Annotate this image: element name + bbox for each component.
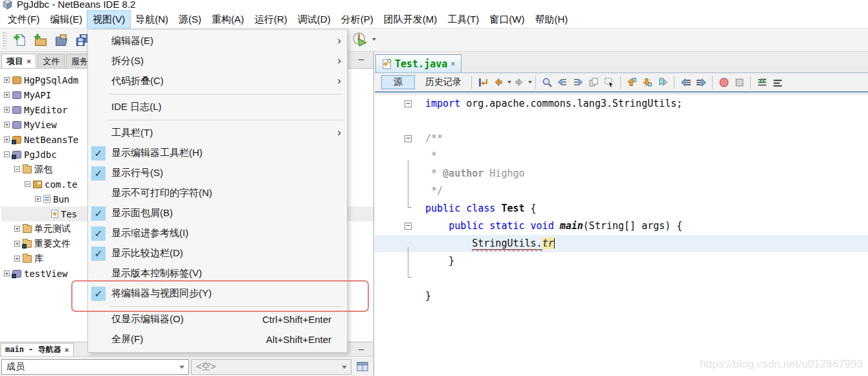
expand-icon[interactable]	[4, 271, 10, 276]
profile-dropdown-icon[interactable]	[372, 38, 376, 41]
menu-view[interactable]: 视图(V)	[87, 11, 130, 28]
expand-icon[interactable]	[4, 92, 10, 98]
profile-main-project-button[interactable]	[350, 30, 370, 49]
menu-item-show-versioning-labels[interactable]: 显示版本控制标签(V)	[88, 263, 347, 283]
source-view-button[interactable]: 源	[381, 75, 415, 89]
new-file-button[interactable]	[10, 31, 30, 49]
code-line[interactable]: }	[375, 287, 868, 305]
history-view-button[interactable]: 历史记录	[419, 75, 468, 89]
toggle-highlight-button[interactable]	[586, 75, 601, 89]
code-line[interactable]: public static void main(String[] args) {	[375, 217, 868, 235]
menu-tools[interactable]: 工具(T)	[442, 11, 484, 28]
menu-item-show-indent-guides[interactable]: 显示缩进参考线(I)	[88, 223, 347, 243]
close-icon[interactable]	[27, 57, 31, 66]
toolbar-drag-handle[interactable]	[3, 32, 6, 49]
open-project-button[interactable]	[52, 31, 71, 49]
menu-run[interactable]: 运行(R)	[249, 11, 293, 28]
code-line[interactable]	[375, 113, 868, 130]
find-selection-button[interactable]	[540, 75, 554, 89]
close-icon[interactable]	[65, 346, 69, 355]
code-line[interactable]: public class Test {	[375, 200, 868, 217]
close-icon[interactable]	[451, 60, 455, 69]
menu-profile[interactable]: 分析(P)	[336, 11, 379, 28]
fold-collapse-icon[interactable]	[405, 223, 412, 230]
expand-icon[interactable]	[4, 122, 10, 127]
menu-help[interactable]: 帮助(H)	[529, 11, 573, 28]
code-line[interactable]: import org.apache.commons.lang3.StringUt…	[375, 95, 868, 113]
menu-item-show-diff-sidebar[interactable]: 显示比较边栏(D)	[88, 243, 347, 263]
menu-item-toolbars[interactable]: 工具栏(T)	[88, 123, 347, 143]
navigator-window-button[interactable]	[355, 360, 370, 373]
checkmark-icon	[91, 146, 106, 160]
watermark-text: https://blog.csdn.net/u012867993	[700, 358, 863, 371]
collapse-icon[interactable]	[25, 181, 30, 187]
tab-test-java[interactable]: Test.java	[375, 54, 462, 72]
menu-item-full-screen[interactable]: 全屏(F)Alt+Shift+Enter	[88, 329, 347, 349]
menu-item-show-nonprintable[interactable]: 显示不可打印的字符(N)	[88, 183, 347, 203]
minimize-navigator-button[interactable]	[355, 344, 367, 355]
menu-team[interactable]: 团队开发(M)	[379, 11, 443, 28]
menu-edit[interactable]: 编辑(E)	[45, 11, 87, 28]
uncomment-button[interactable]	[770, 75, 785, 89]
menu-item-show-only-editor[interactable]: 仅显示编辑器(O)Ctrl+Shift+Enter	[88, 309, 347, 329]
code-line[interactable]	[375, 270, 868, 287]
menu-navigate[interactable]: 导航(N)	[130, 11, 173, 28]
menu-file[interactable]: 文件(F)	[3, 11, 45, 28]
stop-macro-recording-button[interactable]	[732, 75, 746, 89]
code-line[interactable]: }	[375, 252, 868, 270]
code-line[interactable]: *	[375, 148, 868, 165]
last-edit-location-button[interactable]	[476, 75, 490, 89]
start-macro-recording-button[interactable]	[717, 75, 731, 89]
rectangular-selection-button[interactable]	[602, 75, 616, 89]
find-previous-button[interactable]	[555, 75, 570, 89]
menu-source[interactable]: 源(S)	[173, 11, 206, 28]
menu-item-show-editor-toolbar[interactable]: 显示编辑器工具栏(H)	[88, 143, 347, 163]
new-project-button[interactable]	[31, 31, 50, 49]
menu-refactor[interactable]: 重构(A)	[206, 11, 249, 28]
menu-item-sync-editor-with-views[interactable]: 将编辑器与视图同步(Y)	[88, 283, 347, 304]
tab-files[interactable]: 文件	[38, 54, 65, 68]
back-history-dropdown-icon[interactable]	[507, 81, 511, 83]
menu-item-ide-log[interactable]: IDE 日志(L)	[88, 97, 347, 117]
shift-line-right-button[interactable]	[694, 75, 708, 89]
shift-line-left-button[interactable]	[678, 75, 693, 89]
code-line[interactable]: */	[375, 182, 868, 200]
previous-bookmark-button[interactable]	[625, 75, 639, 89]
menu-debug[interactable]: 调试(D)	[293, 11, 336, 28]
expand-icon[interactable]	[4, 137, 10, 142]
collapse-icon[interactable]	[14, 166, 20, 172]
title-bar: PgJdbc - NetBeans IDE 8.2	[0, 0, 868, 12]
collapse-icon[interactable]	[4, 151, 10, 157]
forward-history-dropdown-icon[interactable]	[528, 81, 532, 83]
back-button[interactable]	[491, 75, 506, 89]
expand-icon[interactable]	[4, 107, 10, 113]
expand-icon[interactable]	[4, 77, 10, 83]
menu-item-show-line-numbers[interactable]: 显示行号(S)	[88, 163, 347, 183]
menu-item-code-folds[interactable]: 代码折叠(C)	[88, 71, 347, 91]
code-line[interactable]: /**	[375, 130, 868, 148]
expand-icon[interactable]	[14, 226, 20, 232]
forward-button[interactable]	[512, 75, 526, 89]
menu-item-show-breadcrumbs[interactable]: 显示面包屑(B)	[88, 203, 347, 223]
code-editor[interactable]: import org.apache.commons.lang3.StringUt…	[375, 95, 868, 376]
minimize-panel-button[interactable]	[355, 54, 367, 65]
inherited-filter-select[interactable]: <空>	[191, 359, 351, 375]
code-line[interactable]: * @author Highgo	[375, 165, 868, 182]
fold-collapse-icon[interactable]	[405, 135, 412, 142]
menu-window[interactable]: 窗口(W)	[484, 11, 529, 28]
expand-icon[interactable]	[35, 196, 41, 202]
next-bookmark-button[interactable]	[640, 75, 654, 89]
find-next-button[interactable]	[571, 75, 585, 89]
package-icon	[33, 181, 42, 188]
code-line-current[interactable]: StringUtils.tr	[375, 235, 868, 252]
toggle-bookmark-button[interactable]	[656, 75, 670, 89]
expand-icon[interactable]	[14, 241, 20, 247]
tab-projects[interactable]: 项目	[1, 54, 36, 68]
fold-collapse-icon[interactable]	[405, 100, 412, 107]
members-view-select[interactable]: 成员	[1, 359, 189, 375]
menu-item-split[interactable]: 拆分(S)	[88, 51, 347, 71]
tab-navigator[interactable]: main - 导航器	[1, 343, 74, 356]
menu-item-editors[interactable]: 编辑器(E)	[88, 31, 347, 51]
expand-icon[interactable]	[14, 256, 20, 261]
comment-button[interactable]	[755, 75, 769, 89]
